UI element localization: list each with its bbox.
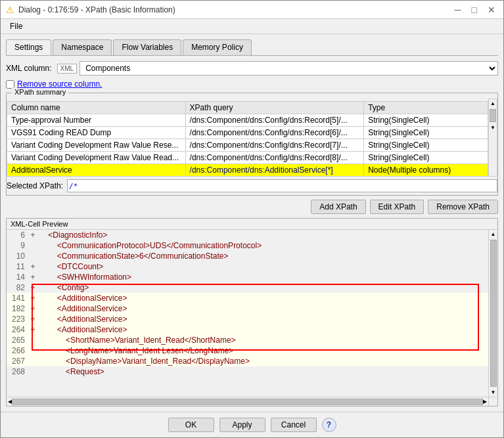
line-expander[interactable]: + <box>28 294 38 303</box>
xpath-table-wrapper: Column name XPath query Type Type-approv… <box>7 99 497 177</box>
selected-xpath-label: Selected XPath: <box>7 181 63 190</box>
scroll-thumb-v[interactable] <box>490 240 497 387</box>
line-content: <AdditionalService> <box>38 315 488 324</box>
xml-line: 266 <LongName>Variant_Ident Lesen</LongN… <box>7 345 488 356</box>
warning-icon: ⚠ <box>6 5 14 15</box>
line-number: 223 <box>7 315 28 324</box>
xpath-summary-title: XPath summary <box>12 88 68 96</box>
xml-preview-group: XML-Cell Preview 6+ <DiagnosticInfo>9 <C… <box>6 218 498 406</box>
table-row[interactable]: AdditionalService/dns:Component/dns:Addi… <box>7 164 488 177</box>
menu-bar: File <box>1 19 503 34</box>
xml-preview-title: XML-Cell Preview <box>7 219 497 230</box>
window-title: Dialog - 0:176:59 - XPath (Basic Informa… <box>18 5 452 14</box>
table-row[interactable]: Type-approval Number/dns:Component/dns:C… <box>7 114 488 127</box>
xml-lines-inner: 6+ <DiagnosticInfo>9 <CommunicationProto… <box>7 230 488 377</box>
cancel-button[interactable]: Cancel <box>271 418 317 432</box>
xml-line: 265 <ShortName>Variant_Ident_Read</Short… <box>7 335 488 345</box>
xml-preview-body: 6+ <DiagnosticInfo>9 <CommunicationProto… <box>7 230 497 397</box>
line-content: <AdditionalService> <box>38 304 488 313</box>
scroll-right-arrow[interactable]: ▶ <box>483 399 487 405</box>
row-xpath: /dns:Component/dns:Config/dns:Record[8]/… <box>185 152 364 164</box>
line-content: <LongName>Variant_Ident Lesen</LongName> <box>38 346 488 355</box>
remove-source-row: Remove source column. <box>6 79 498 89</box>
line-number: 10 <box>7 252 28 261</box>
remove-source-link[interactable]: Remove source column. <box>17 79 102 89</box>
scroll-thumb-h[interactable] <box>12 399 483 405</box>
row-type: String(SingleCell) <box>364 114 488 127</box>
help-button[interactable]: ? <box>322 418 336 432</box>
row-column-name: Variant Coding Development Raw Value Rea… <box>7 152 186 164</box>
close-button[interactable]: ✕ <box>485 5 498 15</box>
line-content: <Config> <box>38 283 488 292</box>
xml-line: 141+ <AdditionalService> <box>7 293 488 303</box>
line-number: 182 <box>7 304 28 313</box>
table-row[interactable]: Variant Coding Development Raw Value Rea… <box>7 152 488 164</box>
scroll-down-arrow[interactable]: ▼ <box>491 389 496 395</box>
xml-line: 11+ <DTCCount> <box>7 261 488 272</box>
edit-xpath-button[interactable]: Edit XPath <box>370 200 424 214</box>
line-expander[interactable]: + <box>28 273 38 282</box>
tab-namespace[interactable]: Namespace <box>53 39 112 55</box>
line-content: <DTCCount> <box>38 262 488 271</box>
row-column-name: Type-approval Number <box>7 114 186 127</box>
col-header-name: Column name <box>7 102 186 114</box>
apply-button[interactable]: Apply <box>219 418 265 432</box>
ok-button[interactable]: OK <box>168 418 214 432</box>
bottom-buttons: OK Apply Cancel ? <box>1 412 503 437</box>
line-expander[interactable]: + <box>28 325 38 334</box>
minimize-button[interactable]: ─ <box>452 5 464 15</box>
scroll-up-arrow[interactable]: ▲ <box>491 231 496 237</box>
line-number: 11 <box>7 262 28 271</box>
xpath-summary-group: XPath summary Column name XPath query Ty… <box>6 93 498 196</box>
col-header-type: Type <box>364 102 488 114</box>
line-number: 268 <box>7 367 28 376</box>
horizontal-scrollbar[interactable]: ◀ ▶ <box>7 397 488 406</box>
maximize-button[interactable]: □ <box>469 5 480 15</box>
row-type: String(SingleCell) <box>364 139 488 152</box>
settings-panel: XML column: XML Components Remove source… <box>6 61 498 406</box>
line-expander[interactable]: + <box>28 304 38 313</box>
line-number: 266 <box>7 346 28 355</box>
line-content: <DiagnosticInfo> <box>38 230 488 240</box>
line-expander[interactable]: + <box>28 283 38 292</box>
tab-memory-policy[interactable]: Memory Policy <box>183 39 252 55</box>
table-row[interactable]: VGS91 Coding READ Dump/dns:Component/dns… <box>7 127 488 139</box>
remove-source-checkbox[interactable] <box>6 80 14 89</box>
vertical-scrollbar[interactable]: ▲ ▼ <box>488 230 497 397</box>
line-expander[interactable]: + <box>28 230 38 240</box>
scroll-thumb[interactable] <box>490 109 496 122</box>
line-content: <Request> <box>38 367 488 376</box>
line-number: 141 <box>7 294 28 303</box>
file-menu[interactable]: File <box>6 20 26 32</box>
add-xpath-button[interactable]: Add XPath <box>311 200 365 214</box>
row-xpath: /dns:Component/dns:Config/dns:Record[6]/… <box>185 127 364 139</box>
xml-column-row: XML column: XML Components <box>6 61 498 76</box>
row-xpath: /dns:Component/dns:Config/dns:Record[5]/… <box>185 114 364 127</box>
tab-bar: Settings Namespace Flow Variables Memory… <box>6 39 498 56</box>
xpath-summary-content: Column name XPath query Type Type-approv… <box>7 99 497 177</box>
remove-xpath-button[interactable]: Remove XPath <box>428 200 498 214</box>
tab-settings[interactable]: Settings <box>6 39 51 55</box>
xml-line: 182+ <AdditionalService> <box>7 303 488 314</box>
line-content: <CommunicationProtocol>UDS</Communicatio… <box>38 241 488 250</box>
scroll-down-button[interactable]: ▼ <box>489 123 497 132</box>
row-type: String(SingleCell) <box>364 127 488 139</box>
tab-flow-variables[interactable]: Flow Variables <box>113 39 181 55</box>
xml-column-select[interactable]: Components <box>80 61 498 76</box>
row-type: String(SingleCell) <box>364 152 488 164</box>
xml-line: 9 <CommunicationProtocol>UDS</Communicat… <box>7 240 488 251</box>
scroll-up-button[interactable]: ▲ <box>489 99 497 108</box>
horizontal-scroll-area: ◀ ▶ <box>7 397 497 406</box>
xml-line: 264+ <AdditionalService> <box>7 324 488 335</box>
selected-xpath-input[interactable] <box>67 179 497 192</box>
xml-lines-container[interactable]: 6+ <DiagnosticInfo>9 <CommunicationProto… <box>7 230 488 397</box>
line-expander[interactable]: + <box>28 315 38 324</box>
main-content: Settings Namespace Flow Variables Memory… <box>1 34 503 412</box>
line-content: <CommunicationState>6</CommunicationStat… <box>38 252 488 261</box>
xml-line: 223+ <AdditionalService> <box>7 314 488 324</box>
xpath-table-container: Column name XPath query Type Type-approv… <box>7 99 488 177</box>
table-row[interactable]: Variant Coding Development Raw Value Res… <box>7 139 488 152</box>
row-xpath: /dns:Component/dns:Config/dns:Record[7]/… <box>185 139 364 152</box>
line-expander[interactable]: + <box>28 262 38 271</box>
xpath-vertical-scrollbar[interactable]: ▲ ▼ <box>488 99 497 177</box>
